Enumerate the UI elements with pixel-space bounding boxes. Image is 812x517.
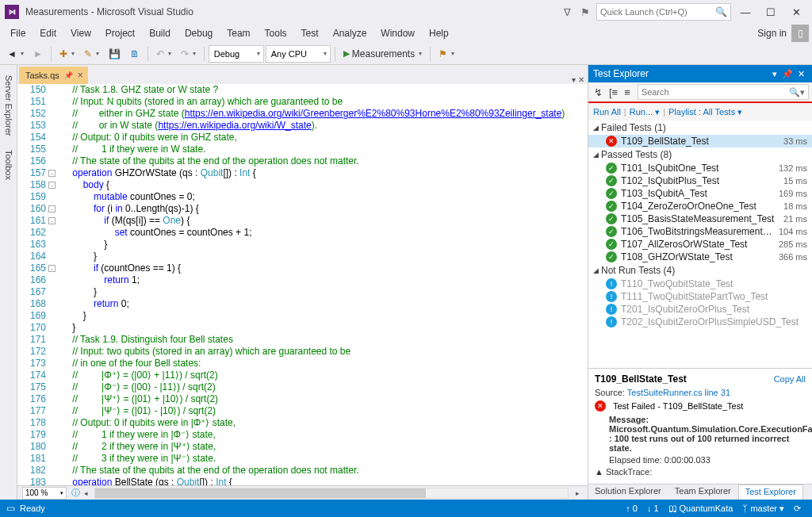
funnel-icon[interactable]: ∇	[561, 6, 574, 18]
test-search-input[interactable]	[642, 87, 789, 97]
status-icon: ▭	[6, 503, 15, 514]
bottom-tab-test-explorer[interactable]: Test Explorer	[738, 484, 803, 500]
test-item[interactable]: ✓T103_IsQubitA_Test169 ms	[588, 187, 812, 200]
list-icon[interactable]: ≡	[622, 85, 633, 100]
start-button[interactable]: ▶Measurements	[339, 46, 426, 62]
test-item[interactable]: ✓T102_IsQubitPlus_Test15 ms	[588, 174, 812, 187]
hscroll-thumb[interactable]	[95, 488, 426, 498]
panel-pin-icon[interactable]: 📌	[779, 69, 795, 79]
run-all-link[interactable]: Run All	[593, 107, 621, 117]
pin-icon[interactable]: 📌	[64, 71, 73, 79]
quick-launch[interactable]: 🔍	[596, 3, 731, 21]
menu-project[interactable]: Project	[98, 25, 142, 41]
fold-toggle[interactable]: -	[48, 182, 56, 189]
sync-icon[interactable]: ⟳	[789, 504, 806, 514]
test-group[interactable]: ◢Failed Tests (1)	[588, 121, 812, 135]
minimize-button[interactable]: —	[734, 3, 756, 21]
fold-toggle[interactable]: -	[48, 205, 56, 213]
save-button[interactable]: 💾	[105, 46, 124, 62]
bottom-tab-team-explorer[interactable]: Team Explorer	[668, 484, 738, 500]
hscroll-left[interactable]: ◂	[80, 489, 91, 497]
test-item[interactable]: ✓T107_AllZerosOrWState_Test285 ms	[588, 238, 812, 251]
fold-toggle[interactable]: -	[48, 217, 56, 224]
test-group[interactable]: ◢Not Run Tests (4)	[588, 263, 812, 278]
redo-button[interactable]: ↷	[177, 46, 200, 62]
menu-edit[interactable]: Edit	[33, 25, 63, 41]
detail-message: Microsoft.Quantum.Simulation.Core.Execut…	[609, 424, 812, 453]
status-icon: ✓	[606, 163, 617, 174]
menu-tools[interactable]: Tools	[258, 25, 294, 41]
menu-help[interactable]: Help	[422, 25, 456, 41]
test-item[interactable]: ✓T104_ZeroZeroOrOneOne_Test18 ms	[588, 200, 812, 213]
test-tree[interactable]: ◢Failed Tests (1)✕T109_BellState_Test33 …	[588, 121, 812, 368]
notifications-icon[interactable]: ⚑	[577, 6, 593, 18]
back-button[interactable]: ◄	[3, 46, 28, 62]
fold-toggle[interactable]: -	[48, 170, 56, 177]
forward-button[interactable]: ►	[29, 46, 47, 62]
menu-build[interactable]: Build	[142, 25, 178, 41]
open-button[interactable]: ✎	[80, 46, 103, 62]
window-title: Measurements - Microsoft Visual Studio	[25, 6, 193, 17]
menu-window[interactable]: Window	[373, 25, 422, 41]
test-item[interactable]: ✓T105_BasisStateMeasurement_Test21 ms	[588, 213, 812, 225]
info-icon[interactable]: ⓘ	[71, 487, 80, 499]
config-dropdown[interactable]: Debug	[209, 45, 264, 63]
group-by-icon[interactable]: [≡	[607, 85, 620, 100]
test-item[interactable]: !T201_IsQubitZeroOrPlus_Test	[588, 303, 812, 316]
menu-file[interactable]: File	[3, 25, 33, 41]
close-button[interactable]: ✕	[785, 3, 807, 21]
sign-in-link[interactable]: Sign in	[753, 28, 791, 39]
test-item[interactable]: ✓T106_TwoBitstringsMeasurement_Test104 m…	[588, 225, 812, 238]
test-item[interactable]: !T111_TwoQubitStatePartTwo_Test	[588, 290, 812, 303]
pending-down[interactable]: ↓ 1	[642, 504, 664, 513]
test-item[interactable]: ✕T109_BellState_Test33 ms	[588, 135, 812, 147]
tab-close-icon[interactable]: ×	[78, 70, 83, 81]
copy-all-link[interactable]: Copy All	[774, 374, 806, 384]
menu-view[interactable]: View	[63, 25, 98, 41]
test-search[interactable]: 🔍▾	[638, 84, 809, 100]
status-icon: !	[606, 316, 617, 327]
detail-source-link[interactable]: TestSuiteRunner.cs line 31	[627, 388, 730, 397]
test-item[interactable]: ✓T108_GHZOrWState_Test366 ms	[588, 251, 812, 263]
menu-analyze[interactable]: Analyze	[326, 25, 374, 41]
playlist-link[interactable]: Playlist : All Tests ▾	[668, 107, 742, 117]
line-number-gutter: ------- 15015115215315415515615715815916…	[17, 84, 59, 485]
fold-toggle[interactable]: -	[48, 265, 56, 272]
hscroll-track[interactable]	[94, 488, 569, 499]
platform-dropdown[interactable]: Any CPU	[266, 45, 331, 63]
bottom-tab-solution-explorer[interactable]: Solution Explorer	[588, 484, 668, 500]
document-tabs: Tasks.qs 📌 × ▾ ✕	[17, 65, 588, 84]
pending-up[interactable]: ↑ 0	[621, 504, 642, 513]
panel-dropdown-icon[interactable]: ▾	[770, 69, 779, 79]
menu-test[interactable]: Test	[294, 25, 326, 41]
misc-button[interactable]: ⚑	[435, 46, 458, 62]
code-editor[interactable]: ------- 15015115215315415515615715815916…	[17, 84, 588, 485]
undo-button[interactable]: ↶	[152, 46, 175, 62]
menu-debug[interactable]: Debug	[178, 25, 220, 41]
quick-launch-input[interactable]	[600, 7, 715, 17]
tabs-overflow-icon[interactable]: ▾ ✕	[572, 75, 588, 84]
branch-name[interactable]: ᛉ master ▾	[737, 504, 789, 514]
status-icon: !	[606, 291, 617, 302]
user-avatar-icon[interactable]: ▯	[791, 25, 809, 42]
menu-team[interactable]: Team	[220, 25, 257, 41]
run-link[interactable]: Run... ▾	[630, 107, 660, 117]
repo-name[interactable]: 🕮 QuantumKata	[664, 504, 738, 513]
hscroll-right[interactable]: ▸	[572, 489, 583, 497]
streaming-icon[interactable]: ↯	[592, 85, 605, 100]
new-project-button[interactable]: ✚	[56, 46, 79, 62]
side-tab-toolbox[interactable]: Toolbox	[0, 143, 17, 187]
detail-elapsed: Elapsed time: 0:00:00.033	[595, 455, 806, 465]
editor-footer: 100 % ⓘ ◂ ▸	[17, 485, 588, 500]
side-tab-server-explorer[interactable]: Server Explorer	[0, 68, 17, 143]
document-tab[interactable]: Tasks.qs 📌 ×	[19, 67, 88, 84]
maximize-button[interactable]: ☐	[760, 3, 782, 21]
test-item[interactable]: ✓T101_IsQubitOne_Test132 ms	[588, 162, 812, 174]
zoom-dropdown[interactable]: 100 %	[22, 487, 67, 500]
code-content[interactable]: // Task 1.8. GHZ state or W state ? // I…	[59, 84, 588, 485]
test-item[interactable]: !T202_IsQubitZeroOrPlusSimpleUSD_Test	[588, 316, 812, 328]
panel-close-icon[interactable]: ✕	[795, 69, 807, 79]
test-group[interactable]: ◢Passed Tests (8)	[588, 147, 812, 162]
test-item[interactable]: !T110_TwoQubitState_Test	[588, 278, 812, 290]
save-all-button[interactable]: 🗎	[126, 46, 144, 62]
